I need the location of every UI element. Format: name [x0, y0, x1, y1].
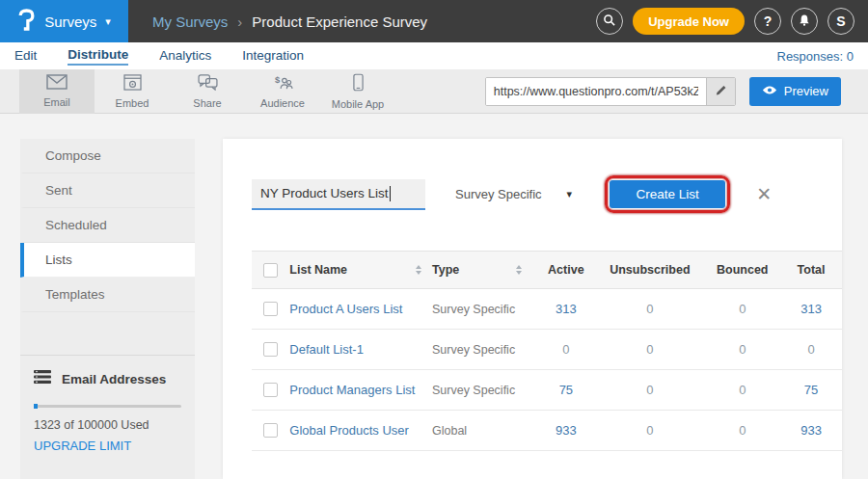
header-type: Type — [432, 263, 459, 277]
survey-tab-bar: Edit Distribute Analytics Integration Re… — [0, 42, 868, 69]
help-button[interactable]: ? — [754, 8, 781, 35]
pencil-icon — [715, 83, 727, 100]
active-count[interactable]: 313 — [536, 302, 595, 316]
header-total: Total — [780, 263, 842, 277]
email-icon — [46, 74, 68, 93]
total-count[interactable]: 313 — [780, 302, 842, 316]
row-checkbox[interactable] — [263, 342, 278, 357]
lists-table: List Name Type Active Unsubscribed Bounc… — [252, 251, 842, 451]
survey-url-input[interactable] — [486, 78, 706, 105]
sidebar-item-scheduled[interactable]: Scheduled — [20, 208, 195, 243]
dropdown-caret-icon: ▾ — [567, 188, 573, 200]
sidebar-item-compose[interactable]: Compose — [20, 139, 195, 173]
help-icon: ? — [764, 13, 773, 29]
unsubscribed-count: 0 — [595, 342, 704, 357]
table-row: Default List-1 Survey Specific 0 0 0 0 — [252, 330, 842, 370]
active-count[interactable]: 75 — [536, 383, 595, 397]
list-name-link[interactable]: Product A Users List — [289, 302, 402, 316]
breadcrumb-current-survey: Product Experience Survey — [252, 13, 427, 30]
bell-icon — [798, 13, 811, 30]
header-list-name: List Name — [289, 263, 347, 277]
lists-panel: NY Product Users List Survey Specific ▾ … — [223, 139, 842, 479]
embed-icon — [123, 74, 142, 94]
user-avatar[interactable]: S — [827, 8, 854, 35]
total-count[interactable]: 75 — [780, 383, 842, 397]
product-menu[interactable]: Surveys ▾ — [0, 0, 128, 42]
breadcrumb-my-surveys[interactable]: My Surveys — [152, 13, 228, 30]
toolbar-item-email[interactable]: Email — [19, 69, 95, 114]
usage-progress-fill — [34, 404, 38, 409]
upgrade-limit-link[interactable]: UPGRADE LIMIT — [34, 439, 181, 453]
sort-icon[interactable] — [415, 264, 422, 276]
survey-url-box — [485, 77, 736, 106]
search-button[interactable] — [596, 8, 623, 35]
usage-text: 1323 of 100000 Used — [34, 418, 181, 432]
breadcrumb: My Surveys › Product Experience Survey — [128, 13, 427, 30]
questionpro-logo-icon — [17, 8, 36, 36]
sidebar-item-lists[interactable]: Lists — [20, 243, 195, 278]
table-header-row: List Name Type Active Unsubscribed Bounc… — [252, 251, 842, 289]
toolbar-item-share[interactable]: Share — [170, 69, 245, 114]
sidebar-item-templates[interactable]: Templates — [20, 278, 195, 312]
email-addresses-title: Email Addresses — [62, 372, 166, 386]
email-sidebar: Compose Sent Scheduled Lists Templates E… — [20, 139, 195, 479]
mobile-icon — [353, 73, 364, 95]
breadcrumb-separator-icon: › — [237, 13, 242, 30]
responses-count[interactable]: Responses: 0 — [777, 49, 854, 64]
bounced-count: 0 — [704, 342, 780, 357]
top-navigation-bar: Surveys ▾ My Surveys › Product Experienc… — [0, 0, 868, 42]
usage-progress-bar — [34, 405, 181, 408]
preview-button[interactable]: Preview — [749, 77, 841, 106]
edit-url-button[interactable] — [706, 78, 735, 105]
total-count: 0 — [780, 342, 842, 357]
unsubscribed-count: 0 — [595, 383, 704, 397]
active-count: 0 — [536, 342, 595, 357]
unsubscribed-count: 0 — [595, 302, 704, 316]
notifications-button[interactable] — [791, 8, 818, 35]
toolbar-item-embed[interactable]: Embed — [95, 69, 170, 114]
text-cursor — [390, 186, 391, 201]
row-checkbox[interactable] — [263, 423, 278, 438]
list-name-input[interactable]: NY Product Users List — [252, 179, 425, 210]
sidebar-item-sent[interactable]: Sent — [20, 173, 195, 208]
toolbar-item-mobile-app[interactable]: Mobile App — [320, 69, 395, 114]
tab-integration[interactable]: Integration — [242, 48, 304, 65]
header-bounced: Bounced — [704, 263, 780, 277]
annotation-highlight: Create List — [605, 175, 730, 213]
share-icon — [198, 74, 218, 94]
email-addresses-section: Email Addresses 1323 of 100000 Used UPGR… — [20, 356, 195, 453]
active-count[interactable]: 933 — [536, 423, 595, 438]
header-active: Active — [536, 263, 595, 277]
upgrade-now-button[interactable]: Upgrade Now — [633, 8, 745, 35]
list-type-dropdown[interactable]: Survey Specific ▾ — [455, 187, 572, 201]
header-unsubscribed: Unsubscribed — [595, 263, 704, 277]
topbar-actions: Upgrade Now ? S — [596, 8, 868, 35]
create-list-button[interactable]: Create List — [610, 180, 725, 208]
tab-analytics[interactable]: Analytics — [159, 48, 211, 65]
audience-icon: $ — [273, 74, 293, 94]
chevron-down-icon: ▾ — [105, 15, 111, 28]
tab-distribute[interactable]: Distribute — [68, 47, 128, 66]
sort-icon[interactable] — [515, 264, 523, 276]
list-name-link[interactable]: Product Managers List — [289, 383, 415, 397]
list-type-selected: Survey Specific — [455, 187, 542, 201]
bounced-count: 0 — [704, 383, 780, 397]
content-area: Compose Sent Scheduled Lists Templates E… — [0, 114, 868, 479]
close-icon[interactable]: ✕ — [756, 183, 772, 205]
tab-edit[interactable]: Edit — [14, 48, 37, 65]
table-row: Product A Users List Survey Specific 313… — [252, 289, 842, 330]
list-name-link[interactable]: Global Products User — [289, 423, 409, 438]
unsubscribed-count: 0 — [595, 423, 704, 438]
row-checkbox[interactable] — [263, 383, 278, 397]
row-checkbox[interactable] — [263, 302, 278, 316]
product-menu-label: Surveys — [44, 13, 96, 30]
toolbar-item-audience[interactable]: $ Audience — [245, 69, 320, 114]
eye-icon — [762, 84, 777, 98]
svg-text:$: $ — [275, 74, 281, 85]
select-all-checkbox[interactable] — [263, 263, 278, 278]
create-list-form: NY Product Users List Survey Specific ▾ … — [252, 175, 842, 213]
total-count[interactable]: 933 — [780, 423, 842, 438]
survey-url-group: Preview — [485, 77, 841, 106]
list-name-link[interactable]: Default List-1 — [289, 342, 364, 357]
email-addresses-header: Email Addresses — [34, 370, 181, 387]
